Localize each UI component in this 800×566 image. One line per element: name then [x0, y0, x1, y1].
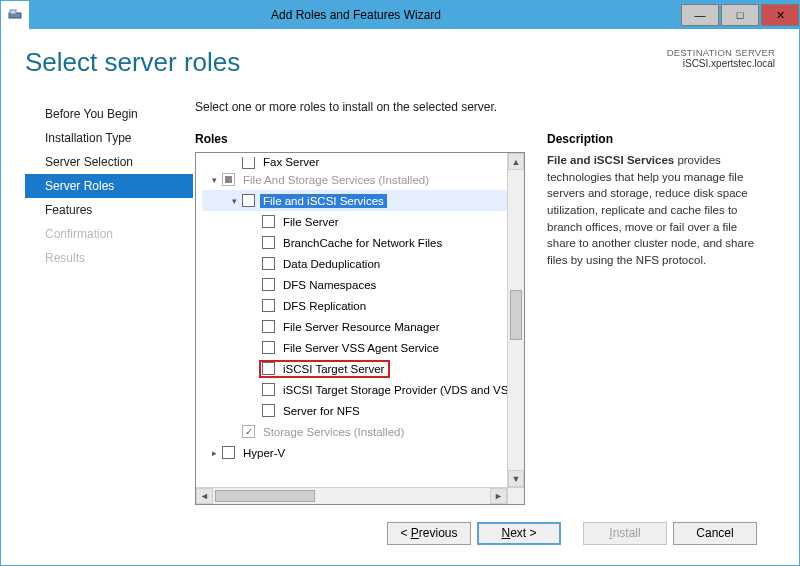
tree-row-label: File and iSCSI Services [260, 194, 387, 208]
expand-icon[interactable]: ▸ [208, 447, 220, 459]
main: Select one or more roles to install on t… [193, 100, 775, 505]
checkbox[interactable] [262, 341, 275, 354]
scroll-corner [507, 487, 524, 504]
tree-row[interactable]: ▸Hyper-V [202, 442, 522, 463]
description-column: Description File and iSCSI Services prov… [547, 132, 775, 505]
vscroll-thumb[interactable] [510, 290, 522, 340]
nav-item-results: Results [25, 246, 193, 270]
collapse-icon[interactable]: ▾ [228, 195, 240, 207]
checkbox[interactable] [222, 446, 235, 459]
scroll-up-arrow-icon[interactable]: ▲ [508, 153, 524, 170]
description-lead: File and iSCSI Services [547, 154, 674, 166]
checkbox[interactable] [262, 215, 275, 228]
tree-row[interactable]: File Server Resource Manager [202, 316, 522, 337]
close-button[interactable]: ✕ [761, 4, 799, 26]
tree-row-label: File Server [280, 215, 342, 229]
nav-item-server-selection[interactable]: Server Selection [25, 150, 193, 174]
checkbox[interactable] [262, 404, 275, 417]
install-button: Install [583, 522, 667, 545]
tree-row[interactable]: Storage Services (Installed) [202, 421, 522, 442]
app-icon [1, 1, 29, 29]
nav-item-features[interactable]: Features [25, 198, 193, 222]
nav-item-before-you-begin[interactable]: Before You Begin [25, 102, 193, 126]
description-text: File and iSCSI Services provides technol… [547, 152, 769, 269]
scroll-right-arrow-icon[interactable]: ► [490, 488, 507, 504]
maximize-button[interactable]: □ [721, 4, 759, 26]
titlebar: Add Roles and Features Wizard — □ ✕ [1, 1, 799, 29]
tree-row-label: File And Storage Services (Installed) [240, 173, 432, 187]
tree-row-label: BranchCache for Network Files [280, 236, 445, 250]
content: Before You BeginInstallation TypeServer … [25, 100, 775, 505]
hscroll-thumb[interactable] [215, 490, 315, 502]
checkbox [242, 425, 255, 438]
nav-item-installation-type[interactable]: Installation Type [25, 126, 193, 150]
wizard-window: Add Roles and Features Wizard — □ ✕ Sele… [0, 0, 800, 566]
tree-row[interactable]: File Server [202, 211, 522, 232]
tree-row[interactable]: File Server VSS Agent Service [202, 337, 522, 358]
scroll-down-arrow-icon[interactable]: ▼ [508, 470, 524, 487]
tree-row[interactable]: DFS Namespaces [202, 274, 522, 295]
tree-row-label: Server for NFS [280, 404, 363, 418]
toggle-spacer [248, 279, 260, 291]
nav-item-server-roles[interactable]: Server Roles [25, 174, 193, 198]
toggle-spacer [248, 405, 260, 417]
roles-column: Roles Fax Server▾File And Storage Servic… [195, 132, 525, 505]
tree-row-label: File Server Resource Manager [280, 320, 443, 334]
toggle-spacer [248, 216, 260, 228]
scroll-left-arrow-icon[interactable]: ◄ [196, 488, 213, 504]
checkbox[interactable] [242, 194, 255, 207]
vscroll-track[interactable] [508, 170, 524, 470]
horizontal-scrollbar[interactable]: ◄ ► [196, 487, 507, 504]
tree-row[interactable]: BranchCache for Network Files [202, 232, 522, 253]
window-buttons: — □ ✕ [679, 4, 799, 26]
checkbox[interactable] [242, 157, 255, 169]
tree-row-label: File Server VSS Agent Service [280, 341, 442, 355]
svg-rect-1 [10, 10, 16, 14]
tree-row-label: iSCSI Target Server [280, 362, 387, 376]
collapse-icon[interactable]: ▾ [208, 174, 220, 186]
tree-row-label: DFS Namespaces [280, 278, 379, 292]
tree-row[interactable]: ▾File And Storage Services (Installed) [202, 169, 522, 190]
destination-server: iSCSI.xpertstec.local [667, 58, 775, 69]
toggle-spacer [248, 237, 260, 249]
tree-row-label: Fax Server [260, 157, 322, 169]
toggle-spacer [228, 426, 240, 438]
toggle-spacer [248, 342, 260, 354]
tree-row[interactable]: Server for NFS [202, 400, 522, 421]
cancel-button[interactable]: Cancel [673, 522, 757, 545]
tree-row-label: DFS Replication [280, 299, 369, 313]
checkbox[interactable] [262, 383, 275, 396]
toggle-spacer [248, 384, 260, 396]
page-title: Select server roles [25, 47, 240, 78]
minimize-button[interactable]: — [681, 4, 719, 26]
toggle-spacer [228, 157, 240, 169]
destination-label: DESTINATION SERVER [667, 47, 775, 58]
tree-row[interactable]: Fax Server [202, 157, 522, 169]
next-button[interactable]: Next > [477, 522, 561, 545]
toggle-spacer [248, 258, 260, 270]
tree-row[interactable]: Data Deduplication [202, 253, 522, 274]
body: Select server roles DESTINATION SERVER i… [1, 29, 799, 565]
tree-row[interactable]: ▾File and iSCSI Services [202, 190, 522, 211]
roles-tree[interactable]: Fax Server▾File And Storage Services (In… [196, 153, 524, 487]
destination-info: DESTINATION SERVER iSCSI.xpertstec.local [667, 47, 775, 69]
tree-row[interactable]: DFS Replication [202, 295, 522, 316]
checkbox[interactable] [262, 278, 275, 291]
checkbox[interactable] [262, 257, 275, 270]
toggle-spacer [248, 321, 260, 333]
previous-button[interactable]: < Previous [387, 522, 471, 545]
hscroll-track[interactable] [213, 488, 490, 504]
tree-row-label: Storage Services (Installed) [260, 425, 407, 439]
nav-sidebar: Before You BeginInstallation TypeServer … [25, 100, 193, 505]
columns: Roles Fax Server▾File And Storage Servic… [195, 132, 775, 505]
vertical-scrollbar[interactable]: ▲ ▼ [507, 153, 524, 487]
checkbox[interactable] [262, 320, 275, 333]
checkbox[interactable] [262, 236, 275, 249]
tree-row-label: iSCSI Target Storage Provider (VDS and V… [280, 383, 519, 397]
window-title: Add Roles and Features Wizard [33, 8, 679, 22]
tree-row-label: Hyper-V [240, 446, 288, 460]
tree-row[interactable]: iSCSI Target Storage Provider (VDS and V… [202, 379, 522, 400]
tree-row[interactable]: iSCSI Target Server [202, 358, 522, 379]
checkbox[interactable] [262, 362, 275, 375]
checkbox[interactable] [262, 299, 275, 312]
